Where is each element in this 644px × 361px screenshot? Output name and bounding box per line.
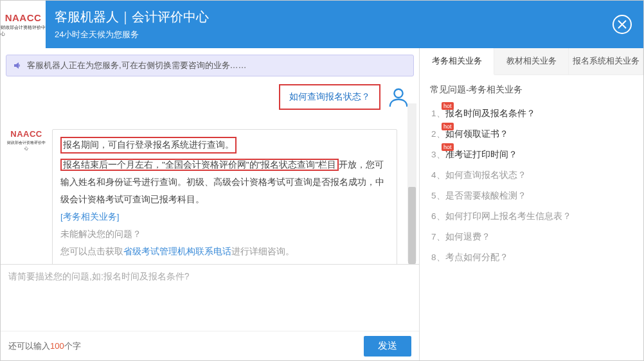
hot-badge: hot	[442, 143, 454, 151]
bot-answer-line1: 报名期间，可自行登录报名系统进行查询。	[60, 137, 237, 154]
chat-scrollbar[interactable]	[407, 103, 416, 261]
bottom-bar: 还可以输入100个字 发送	[1, 331, 419, 360]
user-message-bubble: 如何查询报名状态？	[279, 84, 380, 110]
bot-logo-text: NAACC	[7, 129, 46, 139]
send-button[interactable]: 发送	[364, 336, 411, 357]
faq-item[interactable]: 6、如何打印网上报名考生信息表？	[430, 206, 633, 227]
input-area	[1, 264, 419, 331]
app-window: NAACC 财政部会计资格评价中心 客服机器人｜会计评价中心 24小时全天候为您…	[0, 0, 644, 361]
chat-panel: 客服机器人正在为您服务,可在右侧切换需要咨询的业务…… 如何查询报名状态？ NA…	[1, 48, 420, 360]
faq-item[interactable]: hot1、报名时间及报名条件？	[430, 103, 633, 124]
hot-badge: hot	[442, 123, 454, 130]
faq-list: hot1、报名时间及报名条件？hot2、如何领取证书？hot3、准考证打印时间？…	[430, 103, 633, 268]
tab-exam-affairs[interactable]: 考务相关业务	[420, 48, 494, 75]
faq-item[interactable]: 7、如何退费？	[430, 227, 633, 247]
tab-materials[interactable]: 教材相关业务	[494, 48, 569, 75]
hot-badge: hot	[442, 102, 454, 110]
bot-logo-sub: 财政部会计资格评价中心	[7, 140, 46, 152]
category-tag-link[interactable]: [考务相关业务]	[60, 208, 389, 225]
user-icon	[388, 86, 409, 108]
status-text: 客服机器人正在为您服务,可在右侧切换需要咨询的业务……	[27, 60, 247, 71]
bot-avatar: NAACC 财政部会计资格评价中心	[7, 129, 46, 152]
tabs: 考务相关业务 教材相关业务 报名系统相关业务	[420, 48, 643, 75]
logo-subtext: 财政部会计资格评价中心	[1, 24, 46, 37]
page-subtitle: 24小时全天候为您服务	[55, 29, 209, 40]
svg-point-0	[394, 89, 402, 98]
char-count-number: 100	[50, 341, 64, 351]
close-icon	[618, 20, 627, 29]
chat-body: 客服机器人正在为您服务,可在右侧切换需要咨询的业务…… 如何查询报名状态？ NA…	[1, 48, 419, 264]
message-input[interactable]	[8, 271, 411, 311]
scrollbar-thumb[interactable]	[408, 187, 416, 264]
header-text: 客服机器人｜会计评价中心 24小时全天候为您服务	[55, 8, 209, 40]
faq-item[interactable]: hot2、如何领取证书？	[430, 124, 633, 145]
user-message-row: 如何查询报名状态？	[6, 84, 414, 110]
faq-item[interactable]: 4、如何查询报名状态？	[430, 165, 633, 186]
tab-registration-system[interactable]: 报名系统相关业务	[569, 48, 643, 75]
faq-panel: 常见问题-考务相关业务 hot1、报名时间及报名条件？hot2、如何领取证书？h…	[420, 75, 643, 277]
faq-item[interactable]: 8、考点如何分配？	[430, 247, 633, 268]
close-button[interactable]	[613, 15, 632, 34]
speaker-icon	[13, 60, 23, 71]
faq-item[interactable]: hot3、准考证打印时间？	[430, 145, 633, 165]
bot-message-bubble: 报名期间，可自行登录报名系统进行查询。 报名结束后一个月左右，"全国会计资格评价…	[52, 129, 397, 264]
user-avatar	[387, 85, 410, 109]
page-title: 客服机器人｜会计评价中心	[55, 8, 209, 26]
not-solved-text: 未能解决您的问题？	[60, 225, 389, 243]
bot-answer-line2-highlight: 报名结束后一个月左右，"全国会计资格评价网"的"报名状态查询"栏目	[60, 159, 339, 171]
logo: NAACC 财政部会计资格评价中心	[1, 1, 46, 48]
contact-phone-link[interactable]: 省级考试管理机构联系电话	[123, 247, 231, 256]
header: NAACC 财政部会计资格评价中心 客服机器人｜会计评价中心 24小时全天候为您…	[1, 1, 643, 48]
logo-text: NAACC	[5, 12, 42, 23]
status-bar: 客服机器人正在为您服务,可在右侧切换需要咨询的业务……	[6, 55, 414, 76]
main: 客服机器人正在为您服务,可在右侧切换需要咨询的业务…… 如何查询报名状态？ NA…	[1, 48, 643, 360]
faq-item[interactable]: 5、是否需要核酸检测？	[430, 186, 633, 206]
char-counter: 还可以输入100个字	[8, 340, 81, 352]
bot-message-row: NAACC 财政部会计资格评价中心 报名期间，可自行登录报名系统进行查询。 报名…	[6, 129, 414, 264]
contact-hint: 您可以点击获取省级考试管理机构联系电话进行详细咨询。	[60, 243, 389, 260]
sidebar: 考务相关业务 教材相关业务 报名系统相关业务 常见问题-考务相关业务 hot1、…	[420, 48, 643, 360]
faq-title: 常见问题-考务相关业务	[430, 84, 633, 96]
